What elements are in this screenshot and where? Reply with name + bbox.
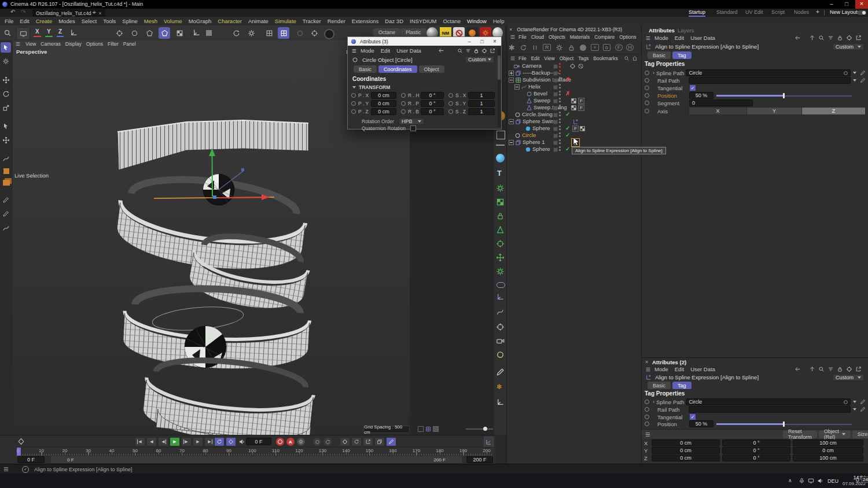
om-hamburger-icon[interactable]: [510, 56, 516, 61]
grid-snap-button[interactable]: [263, 27, 275, 39]
keyframe-dot[interactable]: [401, 101, 406, 106]
px-field[interactable]: 0 cm: [371, 92, 396, 99]
minimize-button[interactable]: –: [824, 1, 839, 7]
tree-label[interactable]: Sphere: [532, 125, 550, 132]
attr-menu-edit[interactable]: Edit: [675, 35, 684, 41]
slider-handle[interactable]: [783, 422, 785, 427]
menu-render[interactable]: Render: [328, 18, 345, 24]
menu-spline[interactable]: Spline: [122, 18, 137, 24]
visibility-dots[interactable]: [559, 119, 561, 120]
visibility-dots[interactable]: [559, 146, 561, 148]
disabled-generator-icon[interactable]: ✗: [565, 76, 570, 83]
attr-preset-dropdown[interactable]: Custom: [833, 43, 864, 50]
reset-transform-button[interactable]: Reset Transform: [783, 431, 817, 438]
om-search-icon[interactable]: [624, 56, 630, 61]
camera-object-icon[interactable]: [496, 337, 505, 345]
coord-z-rot-field[interactable]: 0 °: [722, 454, 790, 461]
octane-menu-button[interactable]: Octane: [373, 28, 400, 36]
slider-handle[interactable]: [783, 93, 785, 98]
model-mode-button[interactable]: [128, 27, 140, 39]
attr2-up-icon[interactable]: [809, 366, 815, 372]
attr2-tab-tag[interactable]: Tag: [672, 382, 692, 389]
attr-external-icon[interactable]: [855, 35, 862, 41]
x-axis-lock-button[interactable]: X: [34, 28, 41, 37]
play-button[interactable]: ▶: [170, 437, 180, 446]
visibility-dots[interactable]: [559, 112, 561, 113]
plastic-material-button[interactable]: Plastic: [400, 28, 426, 36]
menu-insydium[interactable]: INSYDIUM: [410, 18, 436, 24]
expand-icon[interactable]: [509, 71, 514, 76]
scale-tool[interactable]: [1, 102, 11, 113]
float-scrollbar[interactable]: [498, 47, 501, 127]
keyframe-dot[interactable]: [448, 93, 453, 98]
coord-x-rot-field[interactable]: 0 °: [722, 439, 790, 446]
tangential-checkbox[interactable]: ✓: [689, 413, 696, 420]
attr2-tab-basic[interactable]: Basic: [648, 382, 671, 389]
keyframe-dot[interactable]: [645, 415, 649, 419]
zoom-tool-icon[interactable]: [3, 29, 12, 37]
tree-row-circle-swing[interactable]: Circle.Swing ✓: [507, 111, 642, 118]
menu-edit[interactable]: Edit: [20, 18, 29, 24]
enabled-expression-icon[interactable]: ✓: [565, 132, 570, 139]
menu-create[interactable]: Create: [36, 18, 53, 24]
quantize-snap-button[interactable]: [278, 27, 289, 39]
coord-hamburger-icon[interactable]: [645, 431, 651, 438]
split-view-icon[interactable]: [433, 426, 439, 432]
octane-menu-cloud[interactable]: Cloud: [531, 34, 544, 40]
attr-hamburger-icon[interactable]: [645, 35, 651, 41]
axis-z-button-selected[interactable]: Z: [802, 107, 866, 115]
twirl-icon[interactable]: ›: [653, 399, 654, 405]
menu-mograph[interactable]: MoGraph: [189, 18, 212, 24]
quad-view-icon[interactable]: [425, 426, 431, 432]
keyframe-settings-button[interactable]: [297, 438, 305, 446]
float-tab-basic[interactable]: Basic: [354, 65, 377, 73]
tree-row-helix[interactable]: Helix: [507, 83, 642, 90]
collapse-icon[interactable]: [509, 140, 514, 145]
keyframe-dot[interactable]: [448, 101, 453, 106]
keyframe-diamond-icon[interactable]: [17, 438, 25, 445]
layout-tab-script[interactable]: Script: [771, 9, 785, 15]
enabled-expression-icon[interactable]: ✓: [565, 125, 570, 132]
field-icon[interactable]: [496, 212, 505, 220]
keyframe-dot[interactable]: [401, 93, 406, 98]
cloner-icon[interactable]: [496, 184, 505, 193]
menu-select[interactable]: Select: [82, 18, 97, 24]
smoothing-tag-icon[interactable]: F: [572, 125, 579, 132]
viewport-menu-cameras[interactable]: Cameras: [41, 41, 60, 47]
render-view-button[interactable]: [16, 27, 30, 40]
visibility-dots[interactable]: [559, 84, 561, 86]
viewport-menu-options[interactable]: Options: [86, 41, 103, 47]
enable-toggle[interactable]: [553, 147, 558, 152]
render-picture-viewer-button[interactable]: [324, 29, 334, 39]
float-menu-mode[interactable]: Mode: [361, 47, 374, 54]
keyframe-dot[interactable]: [401, 109, 406, 114]
menu-daz3d[interactable]: Daz 3D: [385, 18, 403, 24]
attr2-preset-dropdown[interactable]: Custom: [833, 374, 864, 381]
octane-add-icon[interactable]: +: [591, 44, 598, 51]
plane-primitive-icon[interactable]: [496, 131, 505, 139]
keyframe-dot[interactable]: [351, 101, 356, 106]
rb-field[interactable]: 0 °: [421, 108, 444, 115]
record-position-toggle[interactable]: [313, 438, 321, 446]
pz-field[interactable]: 0 cm: [371, 108, 396, 115]
layout-tab-standard[interactable]: Standard: [716, 9, 738, 15]
speaker-icon[interactable]: [237, 438, 247, 446]
attr-tab-basic[interactable]: Basic: [648, 51, 671, 59]
viewport-menu-panel[interactable]: Panel: [123, 41, 136, 47]
prev-frame-button[interactable]: ◀: [158, 437, 168, 446]
octane-object-icon[interactable]: o: [603, 44, 610, 51]
float-menu-userdata[interactable]: User Data: [396, 47, 421, 54]
play-sound-toggle[interactable]: [226, 437, 236, 446]
coord-z-size-field[interactable]: 100 cm: [793, 454, 863, 461]
twirl-icon[interactable]: ›: [653, 70, 654, 76]
tray-screen-icon[interactable]: [808, 478, 814, 484]
menu-animate[interactable]: Animate: [248, 18, 269, 24]
keyframe-dot[interactable]: [645, 400, 649, 404]
tree-label[interactable]: Sphere 1: [523, 139, 545, 146]
current-frame-field[interactable]: 0 F: [246, 438, 271, 445]
visibility-dots[interactable]: [559, 125, 561, 127]
caret-down-icon[interactable]: [853, 79, 856, 82]
align-to-spline-tag-icon[interactable]: [572, 119, 579, 125]
position-slider[interactable]: [716, 420, 852, 427]
plain-effector-icon[interactable]: [496, 225, 505, 234]
